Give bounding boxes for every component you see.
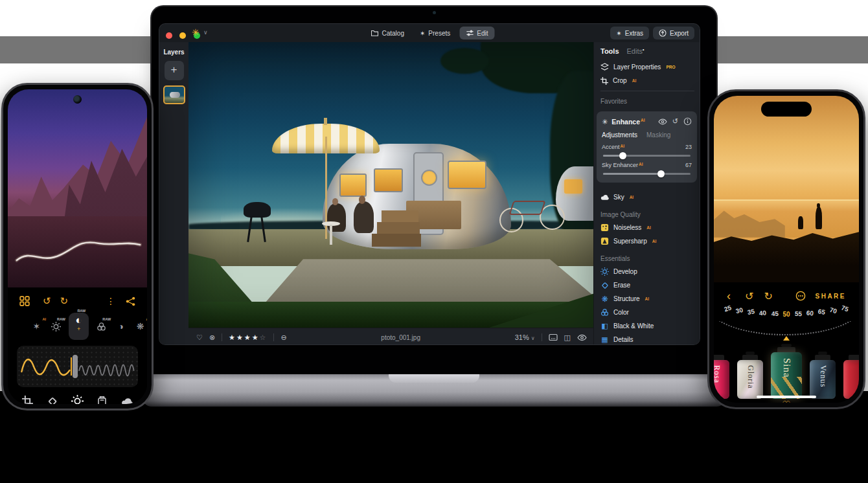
star-rating[interactable]: ★★★★☆ (229, 333, 267, 342)
photo-canvas[interactable] (188, 42, 595, 328)
extras-button[interactable]: ✶ Extras (610, 27, 649, 39)
grid-icon[interactable] (19, 296, 30, 306)
filters-icon[interactable] (97, 396, 108, 404)
tool-crop[interactable]: CropAI (600, 74, 694, 87)
dial-values[interactable]: 2530354045505560657075 (724, 311, 849, 318)
enhance-title[interactable]: EnhanceAI (611, 118, 645, 126)
right-phone-photo[interactable] (714, 96, 859, 282)
more-menu-icon[interactable]: ⋮ (106, 296, 115, 306)
favorite-heart-icon[interactable]: ♡ (782, 399, 790, 403)
minimize-button[interactable] (179, 32, 186, 39)
tool-sky[interactable]: SkyAI (600, 190, 694, 204)
film-red[interactable] (843, 355, 859, 399)
back-chevron-icon[interactable]: ‹ (727, 292, 731, 300)
tool-structure[interactable]: ❋ StructureAI (600, 292, 694, 306)
tool-details[interactable]: ▦ Details (600, 333, 694, 344)
tool-mono[interactable]: ◑ (114, 321, 128, 331)
laptop-camera (433, 11, 436, 14)
tool-light-selected[interactable]: RAW◐+ (69, 313, 89, 340)
tool-supersharp[interactable]: SupersharpAI (600, 234, 694, 248)
reject-icon[interactable]: ⊗ (209, 333, 215, 342)
reset-undo-icon[interactable]: ↺ (672, 117, 678, 126)
tab-masking[interactable]: Masking (646, 131, 670, 139)
info-icon[interactable] (683, 117, 692, 126)
tab-edit[interactable]: Edit (459, 27, 494, 39)
redo-icon[interactable]: ↻ (60, 295, 69, 307)
layers-icon (600, 63, 609, 71)
rp-person-2 (816, 207, 822, 229)
favorite-heart-icon[interactable]: ♡ (196, 333, 203, 342)
undo-icon[interactable]: ↺ (745, 290, 753, 302)
essentials-header: Essentials (600, 252, 694, 265)
more-circle-icon[interactable] (795, 291, 806, 301)
tab-edits[interactable]: Edits• (627, 47, 645, 55)
accent-slider[interactable] (603, 155, 691, 157)
film-rosa[interactable]: Rosa (714, 355, 729, 399)
page: ✳ ∨ Catalog ✶ Presets Edit ✶ (0, 0, 868, 483)
color-wheels-icon (600, 308, 609, 317)
share-icon[interactable] (126, 297, 135, 306)
light-icon[interactable] (71, 395, 84, 404)
crop-icon[interactable] (22, 396, 33, 404)
redo-icon[interactable]: ↻ (764, 290, 772, 302)
close-button[interactable] (166, 32, 172, 39)
chevron-down-icon[interactable]: ∨ (203, 29, 208, 36)
sky-icon[interactable] (121, 396, 133, 405)
right-phone: ‹ ↺ ↻ SHARE 2530354045505560657075 (707, 89, 865, 409)
curve-scrubber[interactable] (17, 346, 138, 387)
tool-develop[interactable]: RAW (49, 321, 63, 332)
tool-layer-properties[interactable]: Layer PropertiesPRO (600, 60, 694, 74)
tool-color[interactable]: Color (600, 306, 694, 319)
sliders-icon (466, 29, 474, 37)
eraser-icon[interactable] (47, 396, 58, 404)
sky-enhancer-label: Sky EnhancerAI (602, 162, 643, 168)
compare-icon[interactable]: ◫ (564, 333, 571, 342)
intensity-dial[interactable]: 2530354045505560657075 (714, 306, 859, 342)
filename-label: ptoto_001.jpg (287, 334, 515, 341)
tool-develop[interactable]: Develop (600, 265, 694, 278)
accent-slider-knob[interactable] (619, 152, 626, 159)
structure-icon: ❋ (600, 295, 609, 304)
tool-color[interactable]: RAW (95, 321, 108, 332)
spark-icon: ✶ (616, 30, 621, 37)
eraser-icon (600, 281, 609, 289)
export-button[interactable]: Export (653, 27, 694, 39)
home-indicator[interactable] (757, 396, 816, 398)
scrubber-handle[interactable] (73, 355, 78, 378)
tool-enhance[interactable]: ✶AI (30, 321, 43, 331)
status-bar: ♡ ⊗ ★★★★☆ ⊖ ptoto_001.jpg 31% ∨ ◫ (188, 328, 595, 345)
sky-enhancer-slider-knob[interactable] (657, 170, 665, 177)
sky-enhancer-slider[interactable] (603, 173, 691, 175)
preview-eye-icon[interactable] (577, 333, 587, 343)
cloud-icon (600, 193, 609, 201)
right-phone-screen: ‹ ↺ ↻ SHARE 2530354045505560657075 (714, 96, 859, 403)
screen-mode-icon[interactable] (549, 333, 558, 342)
flag-icon[interactable]: ⊖ (280, 333, 286, 342)
film-gloria[interactable]: Gloria (737, 352, 763, 399)
luminar-logo-icon[interactable]: ✳ (192, 27, 200, 38)
tool-black-white[interactable]: ◧ Black & White (600, 319, 694, 333)
noiseless-icon (600, 223, 609, 232)
sky-enhancer-value: 67 (685, 162, 692, 168)
tab-catalog[interactable]: Catalog (365, 27, 411, 39)
add-layer-button[interactable]: + (165, 61, 184, 80)
left-phone: ↺ ↻ ⋮ ✶AI RAW RAW◐+ RAW ◑ ❋AI (1, 83, 154, 410)
tool-noiseless[interactable]: NoiselessAI (600, 221, 694, 234)
left-phone-photo[interactable] (8, 89, 147, 287)
film-sina-selected[interactable]: Sina (771, 344, 802, 399)
tab-tools[interactable]: Tools (600, 47, 619, 55)
share-button[interactable]: SHARE (815, 293, 846, 300)
tool-grain[interactable]: ❋AI (133, 321, 147, 331)
details-icon: ▦ (600, 335, 609, 344)
tab-adjustments[interactable]: Adjustments (602, 131, 637, 139)
zoom-level[interactable]: 31% ∨ (515, 333, 535, 341)
folder-icon (371, 29, 379, 37)
film-venus[interactable]: Venus (810, 352, 836, 399)
image-quality-header: Image Quality (600, 208, 694, 221)
tool-erase[interactable]: Erase (600, 278, 694, 292)
tab-presets[interactable]: ✶ Presets (413, 27, 457, 39)
undo-icon[interactable]: ↺ (43, 295, 51, 307)
window-titlebar: ✳ ∨ Catalog ✶ Presets Edit ✶ (159, 24, 700, 43)
layer-thumbnail[interactable] (163, 85, 185, 104)
visibility-eye-icon[interactable] (658, 117, 667, 126)
